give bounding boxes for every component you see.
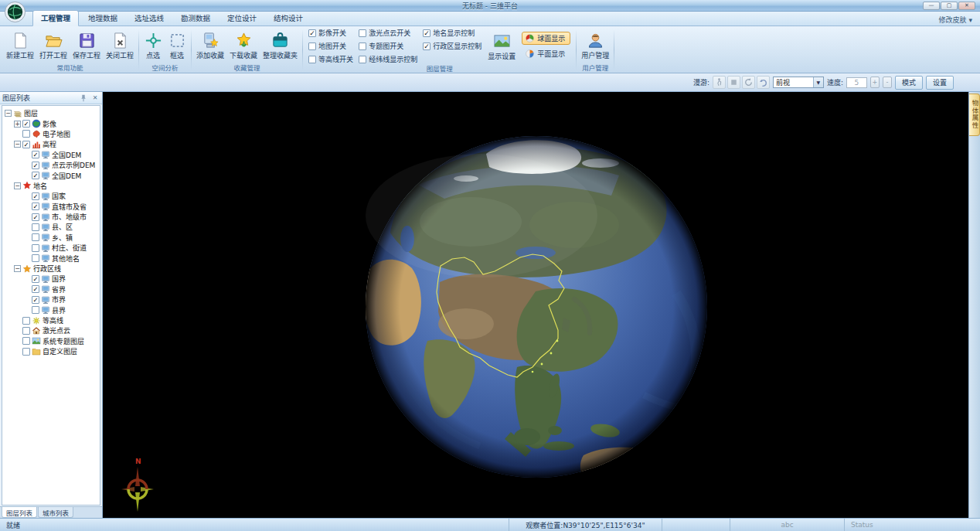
checkbox-地名显示控制[interactable]: ✓地名显示控制 xyxy=(423,28,481,38)
tree-checkbox[interactable] xyxy=(32,223,39,231)
checkbox-激光点云开关[interactable]: 激光点云开关 xyxy=(359,28,417,38)
speed-decrease-button[interactable]: - xyxy=(883,77,892,88)
close-panel-icon[interactable]: ✕ xyxy=(90,94,100,103)
expander-minus-icon[interactable]: − xyxy=(5,110,12,117)
view-direction-select[interactable]: 前视 ▼ xyxy=(773,77,824,88)
tab-勘测数据[interactable]: 勘测数据 xyxy=(173,11,218,26)
checkbox-等高线开关[interactable]: 等高线开关 xyxy=(308,54,353,64)
tree-checkbox[interactable]: ✓ xyxy=(32,172,39,179)
tree-checkbox[interactable]: ✓ xyxy=(22,120,30,128)
tree-checkbox[interactable] xyxy=(32,233,39,241)
tree-checkbox[interactable]: ✓ xyxy=(32,203,39,210)
button-新建工程[interactable]: 新建工程 xyxy=(4,30,36,61)
compass-rose[interactable]: N xyxy=(107,454,168,517)
globe-viewport[interactable]: N xyxy=(103,92,968,518)
change-skin-menu[interactable]: 修改皮肤 ▾ xyxy=(939,15,972,25)
tree-checkbox[interactable] xyxy=(32,244,39,252)
tree-checkbox[interactable] xyxy=(32,254,39,262)
tree-item-等高线[interactable]: 等高线 xyxy=(2,315,100,325)
checkbox-影像开关[interactable]: ✓影像开关 xyxy=(308,28,353,38)
tree-item-影像[interactable]: +✓影像 xyxy=(2,118,100,128)
tree-item-高程[interactable]: −✓高程 xyxy=(2,139,100,149)
maximize-button[interactable]: ▢ xyxy=(941,2,958,10)
tree-item-国界[interactable]: ✓国界 xyxy=(2,274,100,284)
tab-选址选线[interactable]: 选址选线 xyxy=(127,11,172,26)
tree-item-全国DEM[interactable]: ✓全国DEM xyxy=(2,150,100,160)
speed-input[interactable]: 5 xyxy=(846,77,867,88)
speed-increase-button[interactable]: + xyxy=(870,77,880,88)
tree-item-省界[interactable]: ✓省界 xyxy=(2,284,100,294)
tree-checkbox[interactable] xyxy=(22,337,30,345)
tree-item-行政区线[interactable]: −行政区线 xyxy=(2,264,100,274)
tree-checkbox[interactable]: ✓ xyxy=(32,285,39,293)
checkbox-box[interactable]: ✓ xyxy=(423,29,430,37)
settings-button[interactable]: 设置 xyxy=(926,76,954,90)
checkbox-行政区显示控制[interactable]: ✓行政区显示控制 xyxy=(423,41,481,51)
checkbox-box[interactable] xyxy=(359,56,366,63)
tree-checkbox[interactable]: ✓ xyxy=(32,296,39,304)
expander-minus-icon[interactable]: − xyxy=(14,182,21,189)
roam-rotate-button[interactable] xyxy=(742,76,755,89)
tree-checkbox[interactable] xyxy=(22,317,30,325)
checkbox-经纬线显示控制[interactable]: 经纬线显示控制 xyxy=(359,54,417,64)
checkbox-box[interactable] xyxy=(359,43,366,50)
checkbox-box[interactable] xyxy=(308,56,316,63)
tree-checkbox[interactable] xyxy=(22,327,30,335)
tree-item-市、地级市[interactable]: ✓市、地级市 xyxy=(2,212,100,222)
panel-tab-图层列表[interactable]: 图层列表 xyxy=(2,507,37,518)
checkbox-box[interactable]: ✓ xyxy=(308,29,316,37)
tree-item-系统专题图层[interactable]: 系统专题图层 xyxy=(2,336,100,346)
tree-item-其他地名[interactable]: 其他地名 xyxy=(2,253,100,263)
tree-item-县界[interactable]: 县界 xyxy=(2,305,100,315)
tree-item-自定义图层[interactable]: 自定义图层 xyxy=(2,346,100,356)
checkbox-地图开关[interactable]: 地图开关 xyxy=(308,41,353,51)
tree-item-直辖市及省[interactable]: ✓直辖市及省 xyxy=(2,202,100,212)
tree-checkbox[interactable]: ✓ xyxy=(32,213,39,221)
tree-checkbox[interactable] xyxy=(22,348,30,356)
button-关闭工程[interactable]: 关闭工程 xyxy=(104,30,136,61)
roam-walk-button[interactable] xyxy=(713,76,726,89)
button-框选[interactable]: 框选 xyxy=(165,30,189,61)
tree-item-村庄、街道[interactable]: 村庄、街道 xyxy=(2,243,100,253)
tree-checkbox[interactable] xyxy=(22,130,30,138)
button-球面显示[interactable]: 球面显示 xyxy=(522,32,570,45)
tree-item-全国DEM[interactable]: ✓全国DEM xyxy=(2,170,100,180)
button-添加收藏[interactable]: 添加收藏 xyxy=(194,30,226,61)
tree-item-乡、镇[interactable]: 乡、镇 xyxy=(2,233,100,243)
button-用户管理[interactable]: 用户管理 xyxy=(579,30,611,61)
tab-定位设计[interactable]: 定位设计 xyxy=(219,11,264,26)
minimize-button[interactable]: — xyxy=(923,2,940,10)
tree-item-国家[interactable]: ✓国家 xyxy=(2,191,100,201)
app-menu-button[interactable] xyxy=(4,1,26,23)
checkbox-box[interactable] xyxy=(359,29,366,37)
button-平面显示[interactable]: 平面显示 xyxy=(522,47,570,60)
tree-checkbox[interactable]: ✓ xyxy=(32,162,39,169)
button-显示设置[interactable]: 显示设置 xyxy=(485,31,518,62)
tree-checkbox[interactable]: ✓ xyxy=(32,275,39,283)
roam-undo-button[interactable] xyxy=(757,76,770,89)
checkbox-box[interactable]: ✓ xyxy=(423,43,430,50)
expander-minus-icon[interactable]: − xyxy=(14,265,21,272)
tree-item-县、区[interactable]: 县、区 xyxy=(2,222,100,232)
tab-结构设计[interactable]: 结构设计 xyxy=(266,11,311,26)
tree-item-点云示例DEM[interactable]: ✓点云示例DEM xyxy=(2,160,100,170)
tab-工程管理[interactable]: 工程管理 xyxy=(32,10,79,26)
tree-checkbox[interactable] xyxy=(32,306,39,314)
checkbox-box[interactable] xyxy=(308,43,316,50)
checkbox-专题图开关[interactable]: 专题图开关 xyxy=(359,41,417,51)
tree-item-图层[interactable]: −图层 xyxy=(2,108,100,118)
pin-icon[interactable] xyxy=(79,94,88,103)
tree-item-激光点云[interactable]: 激光点云 xyxy=(2,325,100,335)
object-properties-tab[interactable]: 物体属性 xyxy=(969,94,980,136)
panel-tab-城市列表[interactable]: 城市列表 xyxy=(38,507,73,518)
roam-stop-button[interactable] xyxy=(727,76,740,89)
tree-item-地名[interactable]: −地名 xyxy=(2,181,100,191)
tree-checkbox[interactable]: ✓ xyxy=(32,192,39,200)
button-整理收藏夹[interactable]: 整理收藏夹 xyxy=(260,30,300,61)
mode-button[interactable]: 模式 xyxy=(895,76,923,90)
button-保存工程[interactable]: 保存工程 xyxy=(70,30,103,61)
button-打开工程[interactable]: 打开工程 xyxy=(37,30,70,61)
expander-plus-icon[interactable]: + xyxy=(14,121,21,128)
expander-minus-icon[interactable]: − xyxy=(14,141,21,148)
tree-item-市界[interactable]: ✓市界 xyxy=(2,294,100,305)
